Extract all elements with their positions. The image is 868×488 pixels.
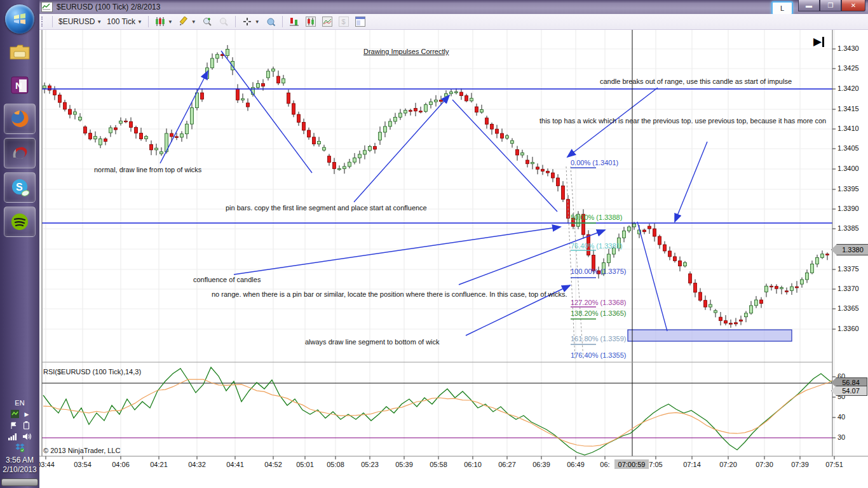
taskbar-item-explorer[interactable] (4, 37, 35, 67)
line-chart-icon (322, 16, 333, 27)
price-tick-label: 1.3400 (837, 165, 859, 172)
chevron-down-icon: ▼ (191, 19, 196, 25)
time-tick-label: 07:30 (756, 461, 773, 468)
taskbar-item-onenote[interactable]: N (4, 71, 35, 100)
time-tick-label: 04:21 (150, 461, 168, 468)
line-chart-button[interactable] (319, 15, 336, 29)
desktop: { "window": { "title": "$EURUSD (100 Tic… (0, 0, 868, 488)
minimize-button[interactable]: ▬ (798, 0, 820, 11)
crosshair-icon (241, 16, 253, 27)
price-tick-label: 1.3395 (837, 185, 859, 193)
dollar-icon: $ (338, 16, 349, 27)
chart-trader-button[interactable] (352, 15, 369, 29)
price-tick-label: 1.3420 (837, 85, 859, 92)
show-hidden-icons-arrow[interactable]: ▶ (25, 411, 29, 417)
taskbar-item-skype[interactable]: S (4, 172, 36, 203)
time-tick-label: 05:58 (430, 461, 447, 468)
show-desktop-button[interactable] (1, 478, 38, 486)
network-signal-icon[interactable] (8, 433, 17, 440)
drawing-tools-button[interactable]: ▼ (175, 15, 199, 29)
zoom-out-button[interactable] (215, 15, 232, 29)
volume-icon[interactable] (23, 433, 32, 440)
rsi-value-tag: 54.07 (831, 386, 867, 396)
rsi-tick-label: 30 (837, 433, 845, 441)
time-tick-label: 7:05 (649, 461, 662, 468)
time-tick-label: 06:39 (532, 461, 550, 468)
toolbar-grip[interactable] (41, 17, 46, 27)
time-tick-label: 07:20 (719, 461, 737, 468)
time-tick-label: 05:08 (327, 461, 344, 468)
battery-icon[interactable] (24, 421, 29, 430)
time-tick-label: 06:49 (567, 461, 585, 468)
rsi-value-tag: 56.84 (831, 377, 867, 388)
chevron-down-icon: ▼ (168, 19, 173, 25)
time-tick-label: 04:06 (112, 461, 130, 468)
rsi-tick-label: 40 (837, 413, 845, 421)
start-button[interactable] (5, 4, 34, 34)
time-tick-label: 06:27 (498, 461, 516, 468)
toolbar-separator (52, 16, 53, 27)
language-indicator[interactable]: EN (0, 399, 39, 407)
folder-icon (9, 43, 31, 61)
chevron-down-icon: ▼ (137, 19, 142, 25)
time-tick-label: 07:51 (825, 461, 843, 468)
magnifier-icon (265, 16, 276, 27)
current-price-tag: 1.3380 (831, 244, 868, 255)
toolbar-separator (235, 16, 236, 27)
price-tick-label: 1.3375 (837, 265, 859, 273)
svg-text:N: N (15, 80, 22, 91)
interval-label: 100 Tick (107, 17, 135, 26)
time-tick-label: 05:23 (361, 461, 379, 468)
instrument-dropdown[interactable]: $EURUSD▼ (56, 16, 104, 27)
data-box-button[interactable] (262, 15, 279, 29)
taskbar-item-ninjatrader[interactable] (4, 138, 36, 168)
close-button[interactable]: ✕ (841, 0, 865, 11)
restore-button[interactable]: ❐ (820, 0, 841, 11)
system-tray: EN ▶ 3:56 AM 2/10/2013 (0, 399, 39, 488)
window-title: $EURUSD (100 Tick) 2/8/2013 (57, 3, 160, 11)
rsi-tick-label: 50 (837, 393, 845, 400)
time-tick-label: 03:54 (74, 461, 92, 468)
time-tick-label: 06: (600, 461, 609, 468)
price-tick-label: 1.3405 (837, 144, 859, 152)
toolbar-separator (148, 16, 149, 27)
dropbox-icon[interactable] (15, 444, 25, 452)
zoom-in-button[interactable] (199, 15, 215, 29)
instrument-label: $EURUSD (58, 17, 95, 26)
ninjatrader-icon (10, 144, 30, 163)
title-bar[interactable]: $EURUSD (100 Tick) 2/8/2013 L ▬ ❐ ✕ (39, 0, 868, 14)
time-tick-label: 04:41 (226, 461, 244, 468)
time-tick-label: 06:10 (464, 461, 482, 468)
candle-type-button[interactable] (302, 15, 319, 29)
network-activity-icon[interactable] (11, 410, 19, 418)
taskbar-item-firefox[interactable] (4, 104, 36, 134)
account-data-button[interactable]: $ (336, 15, 352, 29)
bar-type-button[interactable] (286, 15, 302, 29)
interval-dropdown[interactable]: 100 Tick▼ (104, 16, 145, 27)
svg-text:$: $ (341, 18, 345, 25)
chart-plot-area[interactable] (42, 29, 832, 456)
candles-icon (305, 16, 316, 27)
onenote-icon: N (10, 76, 29, 95)
chevron-down-icon: ▼ (255, 19, 260, 25)
time-tick-label: 05:39 (395, 461, 413, 468)
time-tick-label: 07:14 (683, 461, 701, 468)
taskbar-clock[interactable]: 3:56 AM 2/10/2013 (0, 456, 39, 475)
crosshair-button[interactable]: ▼ (239, 15, 262, 29)
toolbar-separator (282, 16, 283, 27)
logon-button[interactable]: L (771, 1, 793, 15)
time-tick-label: 03:44 (37, 461, 55, 468)
time-tick-label: 04:52 (264, 461, 282, 468)
action-center-flag-icon[interactable] (10, 422, 18, 430)
chart-style-button[interactable]: ▼ (152, 15, 175, 29)
skype-icon: S (10, 177, 30, 198)
chart-toolbar: $EURUSD▼ 100 Tick▼ ▼ ▼ (39, 14, 868, 30)
pencil-icon (178, 16, 189, 27)
price-tick-label: 1.3390 (837, 205, 859, 212)
spotify-icon (10, 212, 30, 232)
clock-date: 2/10/2013 (0, 465, 39, 475)
clock-time: 3:56 AM (0, 456, 39, 465)
svg-text:S: S (16, 182, 23, 193)
ohlc-bars-icon (288, 16, 300, 27)
taskbar-item-spotify[interactable] (4, 207, 36, 237)
